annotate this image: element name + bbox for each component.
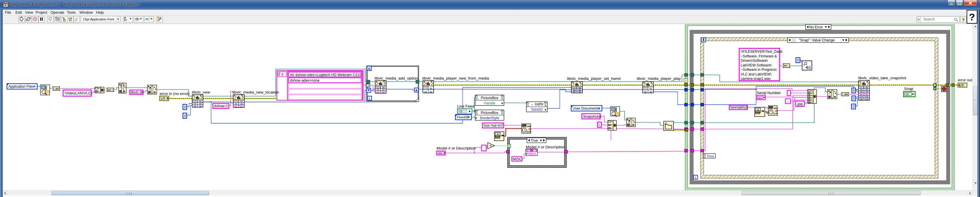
svg-text:\VideoLAN\VLC\: \VideoLAN\VLC\ bbox=[65, 91, 92, 95]
svg-text:→01: →01 bbox=[773, 110, 778, 112]
svg-text:dshow-adev=none: dshow-adev=none bbox=[290, 78, 320, 82]
svg-text:?!: ?! bbox=[501, 113, 503, 115]
svg-text:camera-snap1.wav: camera-snap1.wav bbox=[741, 77, 771, 81]
svg-text:I32: I32 bbox=[235, 103, 237, 105]
svg-text:U32: U32 bbox=[865, 91, 869, 93]
svg-text:dshow://: dshow:// bbox=[214, 104, 228, 108]
svg-text:?!: ?! bbox=[859, 84, 861, 86]
svg-text:libvlc_media_add_option: libvlc_media_add_option bbox=[375, 76, 418, 80]
svg-text:libvlc_new: libvlc_new bbox=[192, 90, 210, 94]
svg-text:°₀: °₀ bbox=[842, 93, 844, 95]
svg-text:abc: abc bbox=[240, 106, 243, 107]
svg-text:I32: I32 bbox=[382, 86, 385, 88]
svg-text:abc: abc bbox=[860, 93, 863, 95]
svg-text:abc: abc bbox=[439, 152, 442, 154]
svg-text:?!: ?! bbox=[431, 84, 433, 86]
svg-text:VLC and LabVIEW\: VLC and LabVIEW\ bbox=[741, 72, 772, 76]
svg-text:?!: ?! bbox=[383, 84, 385, 86]
svg-text:\: \ bbox=[599, 123, 600, 127]
svg-text:libvlc_media_player_new_from_m: libvlc_media_player_new_from_media bbox=[422, 76, 489, 80]
svg-text:=: = bbox=[490, 144, 492, 147]
svg-text:888: 888 bbox=[523, 125, 526, 127]
svg-text:I32: I32 bbox=[199, 100, 202, 102]
svg-text:12:01: 12:01 bbox=[773, 112, 778, 115]
svg-text:Handle: Handle bbox=[484, 101, 496, 105]
svg-text:%m-%d-%Y: %m-%d-%Y bbox=[484, 123, 503, 128]
svg-text:Time: Time bbox=[706, 154, 714, 158]
svg-text:I32: I32 bbox=[377, 88, 379, 91]
svg-text:ToInt32: ToInt32 bbox=[531, 107, 542, 112]
svg-text:I16: I16 bbox=[199, 103, 202, 105]
svg-text:Serial Number: Serial Number bbox=[757, 91, 781, 95]
svg-text:JAN: JAN bbox=[773, 107, 777, 109]
svg-text:libvlc_video_take_snapshot: libvlc_video_take_snapshot bbox=[858, 76, 906, 80]
svg-text:I32: I32 bbox=[649, 91, 652, 93]
svg-text:[1]: [1] bbox=[792, 38, 795, 42]
svg-text:?!: ?! bbox=[234, 98, 236, 100]
svg-text:abc: abc bbox=[784, 65, 788, 67]
svg-text:°₀: °₀ bbox=[54, 88, 55, 90]
svg-text:Value: Value bbox=[528, 152, 536, 155]
svg-text:?!: ?! bbox=[644, 85, 645, 86]
svg-text:U32: U32 bbox=[860, 91, 863, 93]
svg-text:?!: ?! bbox=[535, 150, 537, 152]
svg-text:I32: I32 bbox=[573, 91, 576, 93]
svg-text:JAN: JAN bbox=[527, 125, 531, 127]
svg-text:Drivers\Software\: Drivers\Software\ bbox=[741, 59, 768, 62]
svg-text:error out: error out bbox=[958, 78, 972, 82]
svg-text:Live Feed: Live Feed bbox=[457, 104, 474, 109]
svg-text:libvlc_media_player_play: libvlc_media_player_play bbox=[637, 76, 681, 81]
svg-text:?!: ?! bbox=[476, 98, 478, 100]
svg-text:?!: ?! bbox=[376, 84, 378, 86]
svg-text:U32: U32 bbox=[865, 96, 869, 98]
svg-text:I32: I32 bbox=[430, 87, 432, 90]
svg-text:.jpg: .jpg bbox=[797, 102, 803, 106]
svg-text:Model # or Description: Model # or Description bbox=[526, 145, 565, 149]
svg-text:?!: ?! bbox=[527, 150, 528, 152]
svg-text:~Software in Progress\: ~Software in Progress\ bbox=[741, 67, 777, 72]
svg-text:0: 0 bbox=[853, 88, 855, 93]
svg-text:I32: I32 bbox=[865, 88, 868, 91]
svg-text:I32: I32 bbox=[382, 88, 385, 91]
svg-text:?: ? bbox=[685, 80, 687, 82]
svg-text:I32: I32 bbox=[578, 89, 581, 91]
svg-text:LabVIEW Software\: LabVIEW Software\ bbox=[741, 63, 772, 67]
svg-text:0: 0 bbox=[282, 72, 283, 77]
svg-text:abc: abc bbox=[108, 89, 111, 91]
svg-text:U8: U8 bbox=[194, 105, 196, 107]
svg-text:°₀: °₀ bbox=[112, 89, 113, 91]
svg-text:0: 0 bbox=[853, 96, 855, 101]
svg-text:libvlc_media_player_set_hwnd: libvlc_media_player_set_hwnd bbox=[567, 76, 620, 81]
svg-text:abc: abc bbox=[382, 91, 385, 93]
svg-text:?!: ?! bbox=[572, 85, 574, 86]
svg-text:?!: ?! bbox=[193, 98, 195, 100]
svg-text:888: 888 bbox=[770, 107, 773, 109]
svg-text:No Error: No Error bbox=[809, 25, 822, 29]
svg-text:abc: abc bbox=[376, 91, 380, 93]
svg-text:vlc dshow-vdev=Logitech HD Web: vlc dshow-vdev=Logitech HD Webcam C310 bbox=[290, 73, 361, 77]
svg-text:I32: I32 bbox=[578, 87, 581, 89]
svg-text:Model # or Description: Model # or Description bbox=[436, 146, 476, 151]
svg-text:~Software, Firmware &: ~Software, Firmware & bbox=[741, 54, 777, 58]
svg-text:12: 12 bbox=[497, 133, 499, 135]
svg-text:?!: ?! bbox=[580, 85, 582, 86]
svg-text:-: - bbox=[787, 99, 788, 104]
svg-text:MISC: MISC bbox=[513, 157, 522, 161]
svg-text:Snap: Snap bbox=[904, 86, 913, 91]
svg-text:?: ? bbox=[508, 144, 510, 147]
svg-text:?!: ?! bbox=[424, 84, 425, 86]
svg-text:Snapshots\: Snapshots\ bbox=[583, 115, 601, 119]
svg-text:U32: U32 bbox=[865, 98, 869, 100]
svg-text:I32: I32 bbox=[240, 100, 243, 102]
svg-text:i: i bbox=[695, 176, 696, 179]
svg-text:U32: U32 bbox=[860, 98, 863, 100]
svg-text:PictureBox: PictureBox bbox=[481, 96, 498, 100]
svg-text:?!: ?! bbox=[501, 98, 503, 100]
svg-text:N: N bbox=[368, 67, 371, 70]
svg-text:abc: abc bbox=[865, 93, 869, 95]
svg-text:I32: I32 bbox=[649, 88, 652, 90]
svg-text:abc: abc bbox=[758, 96, 762, 99]
svg-text:True: True bbox=[530, 138, 538, 143]
svg-text:12: 12 bbox=[757, 109, 759, 111]
svg-text:"Snap": Value Change: "Snap": Value Change bbox=[799, 38, 835, 42]
